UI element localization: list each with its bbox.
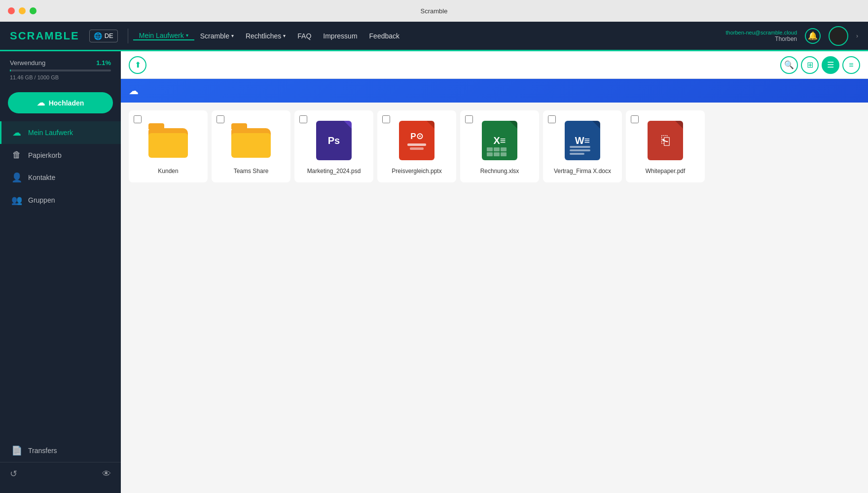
- nav-mein-laufwerk-label: Mein Laufwerk: [139, 32, 184, 39]
- search-button[interactable]: 🔍: [780, 56, 798, 74]
- nav-feedback[interactable]: Feedback: [363, 32, 405, 40]
- language-label: DE: [105, 32, 113, 39]
- file-item-kunden[interactable]: Kunden: [129, 110, 208, 182]
- sidebar-item-papierkorb[interactable]: 🗑 Papierkorb: [0, 144, 121, 166]
- sidebar-kontakte-label: Kontakte: [28, 174, 55, 181]
- usage-bar-background: [10, 70, 111, 71]
- chevron-down-icon: ▾: [283, 33, 286, 38]
- minimize-button[interactable]: [19, 7, 26, 14]
- file-checkbox-whitepaper[interactable]: [631, 115, 639, 123]
- docx-icon-wrap: W≡: [560, 118, 605, 163]
- folder-icon-teams-share: [229, 118, 273, 163]
- home-icon: ⬆: [135, 60, 141, 70]
- psd-icon-wrap: Ps: [312, 118, 356, 163]
- file-checkbox-vertrag[interactable]: [548, 115, 556, 123]
- file-checkbox-kunden[interactable]: [134, 115, 142, 123]
- usage-label: Verwendung: [10, 59, 45, 67]
- refresh-button[interactable]: ↺: [10, 468, 17, 479]
- close-button[interactable]: [8, 7, 15, 14]
- pdf-icon-wrap: ⎗: [643, 118, 687, 163]
- trash-icon: 🗑: [11, 150, 22, 160]
- notification-bell-button[interactable]: 🔔: [805, 28, 821, 44]
- file-item-teams-share[interactable]: Teams Share: [212, 110, 290, 182]
- grid-icon: ⊞: [807, 60, 813, 70]
- sidebar-mein-laufwerk-label: Mein Laufwerk: [28, 129, 73, 137]
- file-item-vertrag[interactable]: W≡ Vertrag_Firma X.docx: [543, 110, 622, 182]
- avatar[interactable]: [829, 26, 848, 46]
- usage-section: Verwendung 1.1% 11.46 GB / 1000 GB: [0, 59, 121, 88]
- file-checkbox-marketing[interactable]: [299, 115, 307, 123]
- list-icon: ☰: [827, 60, 834, 70]
- file-name-preisvergleich: Preisvergleich.pptx: [392, 168, 441, 175]
- usage-size: 11.46 GB / 1000 GB: [10, 74, 111, 80]
- file-checkbox-teams-share[interactable]: [217, 115, 224, 123]
- window-controls: [8, 7, 36, 14]
- titlebar: Scramble: [0, 0, 868, 22]
- sidebar-item-kontakte[interactable]: 👤 Kontakte: [0, 166, 121, 189]
- file-item-preisvergleich[interactable]: P⊙ Preisvergleich.pptx: [377, 110, 456, 182]
- sidebar: Verwendung 1.1% 11.46 GB / 1000 GB ☁ Hoc…: [0, 51, 121, 493]
- search-icon: 🔍: [784, 60, 794, 70]
- top-navigation: SCRAMBLE 🌐 DE Mein Laufwerk ▾ Scramble ▾…: [0, 22, 868, 51]
- nav-faq[interactable]: FAQ: [291, 32, 317, 40]
- refresh-icon: ↺: [10, 469, 17, 479]
- nav-feedback-label: Feedback: [369, 32, 399, 40]
- nav-mein-laufwerk[interactable]: Mein Laufwerk ▾: [133, 32, 194, 40]
- nav-separator: [128, 29, 128, 43]
- file-name-whitepaper: Whitepaper.pdf: [646, 168, 686, 175]
- file-toolbar: ⬆ 🔍 ⊞ ☰ ≡: [121, 51, 868, 79]
- eye-icon: 👁: [102, 469, 111, 479]
- main-content: ⬆ 🔍 ⊞ ☰ ≡ ☁: [121, 51, 868, 493]
- app-layout: Verwendung 1.1% 11.46 GB / 1000 GB ☁ Hoc…: [0, 51, 868, 493]
- sidebar-item-mein-laufwerk[interactable]: ☁ Mein Laufwerk: [0, 121, 121, 144]
- chevron-down-icon: ▾: [231, 33, 234, 38]
- nav-scramble[interactable]: Scramble ▾: [194, 32, 240, 40]
- nav-rechtliches-label: Rechtliches: [246, 32, 281, 40]
- nav-rechtliches[interactable]: Rechtliches ▾: [240, 32, 291, 40]
- file-checkbox-preisvergleich[interactable]: [382, 115, 390, 123]
- blue-banner: ☁: [121, 79, 868, 103]
- nav-impressum[interactable]: Impressum: [317, 32, 363, 40]
- cloud-upload-icon: ☁: [37, 98, 45, 107]
- file-item-rechnung[interactable]: X≡ Rechnung.xlsx: [460, 110, 539, 182]
- file-name-kunden: Kunden: [158, 168, 178, 175]
- sidebar-gruppen-label: Gruppen: [28, 196, 55, 204]
- transfer-icon: 📄: [11, 445, 22, 456]
- file-checkbox-rechnung[interactable]: [465, 115, 473, 123]
- sidebar-item-gruppen[interactable]: 👥 Gruppen: [0, 189, 121, 211]
- menu-button[interactable]: ≡: [842, 56, 860, 74]
- language-button[interactable]: 🌐 DE: [89, 30, 118, 42]
- usage-size-total: 1000 GB: [37, 74, 59, 80]
- home-button[interactable]: ⬆: [129, 56, 146, 74]
- banner-cloud-icon: ☁: [129, 85, 139, 97]
- pptx-icon-wrap: P⊙: [395, 118, 439, 163]
- sidebar-papierkorb-label: Papierkorb: [28, 151, 62, 159]
- nav-more-icon[interactable]: ›: [856, 33, 858, 39]
- chevron-down-icon: ▾: [186, 33, 188, 38]
- nav-right: thorben-neu@scramble.cloud Thorben 🔔 ›: [726, 26, 858, 46]
- maximize-button[interactable]: [30, 7, 36, 14]
- usage-percent: 1.1%: [96, 59, 111, 67]
- nav-faq-label: FAQ: [297, 32, 311, 40]
- file-name-marketing-psd: Marketing_2024.psd: [307, 168, 361, 175]
- upload-button[interactable]: ☁ Hochladen: [8, 92, 113, 113]
- user-email: thorben-neu@scramble.cloud: [726, 30, 797, 35]
- nav-impressum-label: Impressum: [323, 32, 357, 40]
- upload-label: Hochladen: [49, 99, 84, 107]
- eye-button[interactable]: 👁: [102, 469, 111, 479]
- file-item-marketing-psd[interactable]: Ps Marketing_2024.psd: [294, 110, 373, 182]
- file-item-whitepaper[interactable]: ⎗ Whitepaper.pdf: [626, 110, 705, 182]
- window-title: Scramble: [421, 7, 448, 15]
- toolbar-right: 🔍 ⊞ ☰ ≡: [780, 56, 860, 74]
- menu-icon: ≡: [849, 61, 853, 70]
- folder-icon-kunden: [146, 118, 190, 163]
- grid-view-button[interactable]: ⊞: [801, 56, 819, 74]
- files-grid: Kunden Teams Share: [121, 103, 868, 493]
- user-info: thorben-neu@scramble.cloud Thorben: [726, 30, 797, 42]
- sidebar-transfers-label: Transfers: [28, 447, 57, 455]
- sidebar-item-transfers[interactable]: 📄 Transfers: [0, 439, 121, 462]
- list-view-button[interactable]: ☰: [822, 56, 839, 74]
- group-icon: 👥: [11, 195, 22, 206]
- logo[interactable]: SCRAMBLE: [10, 30, 79, 42]
- bell-icon: 🔔: [808, 31, 818, 40]
